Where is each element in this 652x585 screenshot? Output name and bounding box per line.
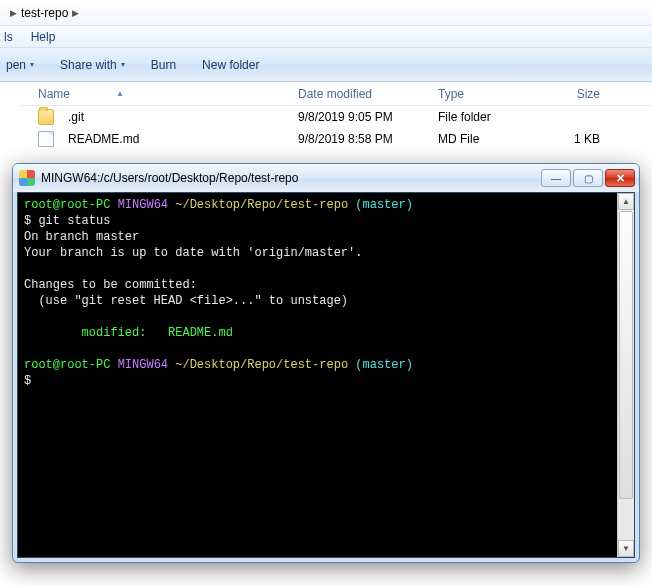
file-size: 1 KB [574,132,600,146]
scrollbar[interactable]: ▲ ▼ [617,193,634,557]
table-row[interactable]: .git 9/8/2019 9:05 PM File folder [18,106,652,128]
toolbar-newfolder-label: New folder [202,58,259,72]
toolbar-newfolder[interactable]: New folder [202,58,259,72]
sort-asc-icon: ▲ [116,89,124,98]
prompt-path: ~/Desktop/Repo/test-repo [175,358,348,372]
terminal-line: Your branch is up to date with 'origin/m… [24,246,362,260]
prompt-user: root@root-PC [24,198,110,212]
toolbar-burn[interactable]: Burn [151,58,176,72]
prompt-path: ~/Desktop/Repo/test-repo [175,198,348,212]
file-date: 9/8/2019 8:58 PM [298,132,393,146]
scroll-up-button[interactable]: ▲ [618,193,634,210]
breadcrumb-segment[interactable]: ▶ test-repo ▶ [4,4,85,22]
file-name: .git [68,110,84,124]
toolbar: pen ▾ Share with ▾ Burn New folder [0,48,652,82]
file-name: README.md [68,132,139,146]
file-list: Name ▲ Date modified Type Size .git 9/8/… [0,82,652,150]
minimize-button[interactable]: — [541,169,571,187]
terminal-line: $ git status [24,214,110,228]
chevron-right-icon: ▶ [72,8,79,18]
prompt-user: root@root-PC [24,358,110,372]
column-header-size[interactable]: Size [548,87,608,101]
column-header-name[interactable]: Name ▲ [18,87,298,101]
column-header-date-label: Date modified [298,87,372,101]
toolbar-open[interactable]: pen ▾ [6,58,34,72]
menubar: ls Help [0,26,652,48]
maximize-button[interactable]: ▢ [573,169,603,187]
column-header-name-label: Name [38,87,70,101]
terminal-title: MINGW64:/c/Users/root/Desktop/Repo/test-… [41,171,535,185]
chevron-down-icon: ▾ [121,60,125,69]
terminal-line: On branch master [24,230,139,244]
file-date: 9/8/2019 9:05 PM [298,110,393,124]
terminal-line: $ [24,374,31,388]
close-button[interactable]: ✕ [605,169,635,187]
window-controls: — ▢ ✕ [541,169,635,187]
file-type: MD File [438,132,479,146]
prompt-shell: MINGW64 [118,358,168,372]
file-icon [38,131,54,147]
mingw-icon [19,170,35,186]
terminal-titlebar[interactable]: MINGW64:/c/Users/root/Desktop/Repo/test-… [13,164,639,192]
toolbar-burn-label: Burn [151,58,176,72]
terminal-line: modified: README.md [24,326,233,340]
menu-item-tools[interactable]: ls [4,30,13,44]
chevron-right-icon: ▶ [10,8,17,18]
breadcrumb-label: test-repo [21,6,68,20]
terminal-line: Changes to be committed: [24,278,197,292]
scroll-thumb[interactable] [619,211,633,499]
column-header-type[interactable]: Type [438,87,548,101]
menu-item-help[interactable]: Help [31,30,56,44]
scroll-down-button[interactable]: ▼ [618,540,634,557]
file-list-header: Name ▲ Date modified Type Size [18,82,652,106]
folder-icon [38,109,54,125]
prompt-branch: (master) [355,358,413,372]
file-type: File folder [438,110,491,124]
terminal-line: (use "git reset HEAD <file>..." to unsta… [24,294,348,308]
toolbar-share-label: Share with [60,58,117,72]
terminal-window: MINGW64:/c/Users/root/Desktop/Repo/test-… [12,163,640,563]
terminal-output[interactable]: root@root-PC MINGW64 ~/Desktop/Repo/test… [18,193,617,557]
column-header-size-label: Size [577,87,600,101]
chevron-down-icon: ▾ [30,60,34,69]
prompt-shell: MINGW64 [118,198,168,212]
table-row[interactable]: README.md 9/8/2019 8:58 PM MD File 1 KB [18,128,652,150]
terminal-body-wrap: root@root-PC MINGW64 ~/Desktop/Repo/test… [17,192,635,558]
toolbar-share[interactable]: Share with ▾ [60,58,125,72]
scroll-track-gap [618,500,634,540]
column-header-date[interactable]: Date modified [298,87,438,101]
column-header-type-label: Type [438,87,464,101]
toolbar-open-label: pen [6,58,26,72]
prompt-branch: (master) [355,198,413,212]
breadcrumb[interactable]: ▶ test-repo ▶ [0,0,652,26]
